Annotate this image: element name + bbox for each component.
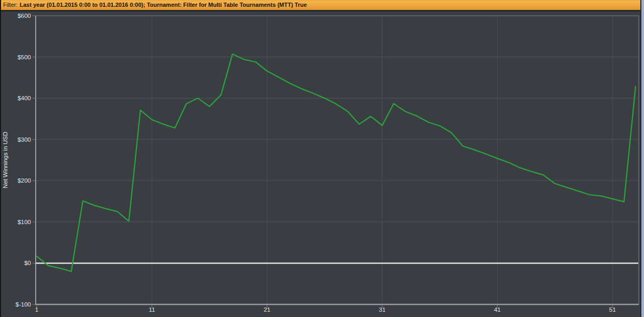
filter-label: Filter:	[3, 2, 18, 8]
x-tick-label: 21	[263, 307, 270, 313]
window-right-edge-strip	[640, 0, 644, 317]
y-tick-label: $200	[17, 177, 31, 184]
net-winnings-line-chart[interactable]: $600$500$400$300$200$100$0$-100111213141…	[0, 0, 644, 317]
plot-area[interactable]	[36, 16, 639, 304]
filter-bar: Filter:Last year (01.01.2015 0:00 to 01.…	[1, 0, 641, 12]
y-tick-label: $500	[17, 54, 31, 60]
x-tick-label: 31	[379, 307, 386, 313]
y-tick-label: $400	[17, 95, 31, 101]
y-tick-label: $300	[17, 136, 31, 143]
tournament-results-graph-window: Filter:Last year (01.01.2015 0:00 to 01.…	[0, 0, 644, 317]
x-tick-label: 41	[494, 307, 501, 313]
y-tick-label: $600	[17, 13, 31, 19]
x-tick-label: 1	[35, 307, 38, 313]
y-tick-label: $0	[24, 260, 31, 266]
y-tick-label: $100	[17, 219, 31, 225]
filter-criteria: Last year (01.01.2015 0:00 to 01.01.2016…	[20, 2, 307, 8]
y-tick-label: $-100	[16, 301, 31, 308]
y-axis-title: Net Winnings in USD	[2, 132, 8, 188]
x-tick-label: 11	[149, 307, 155, 313]
window-left-border	[0, 0, 1, 317]
x-tick-label: 51	[609, 307, 616, 313]
